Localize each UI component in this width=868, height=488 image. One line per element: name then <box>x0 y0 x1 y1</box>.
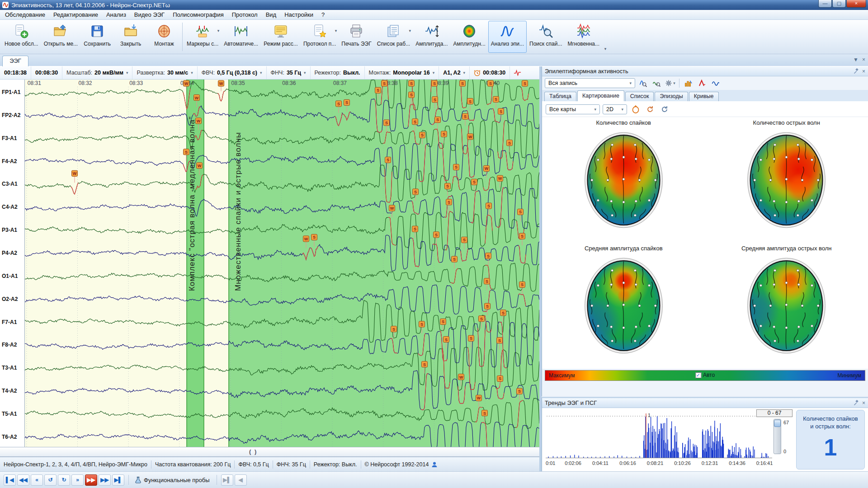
auto-analysis-button[interactable]: Автоматиче... <box>221 21 261 53</box>
channel-label[interactable]: T4-A2 <box>2 388 17 394</box>
close-button[interactable]: × <box>846 0 866 8</box>
amplitude-button[interactable]: Амплитуда... <box>413 21 450 53</box>
eeg-event-marker[interactable]: W <box>72 170 78 176</box>
channel-label[interactable]: P3-A1 <box>2 227 17 233</box>
tab-episodes[interactable]: Эпизоды <box>655 92 688 101</box>
eeg-traces-canvas[interactable]: 08:3108:3208:3308:3408:3508:3608:3708:38… <box>25 80 539 447</box>
eeg-event-marker[interactable]: S <box>445 183 451 189</box>
eeg-event-marker[interactable]: S <box>443 337 449 343</box>
eeg-event-marker[interactable]: S <box>420 132 425 138</box>
reference-select[interactable]: A1, A2▾ <box>439 66 470 79</box>
eeg-event-marker[interactable]: S <box>518 209 524 215</box>
refresh-icon[interactable] <box>659 104 670 114</box>
eeg-event-marker[interactable]: S <box>413 189 419 195</box>
eeg-event-marker[interactable]: S <box>462 237 467 243</box>
spike-search-button[interactable]: Поиск спай... <box>527 21 565 53</box>
menu-item-4[interactable]: Полисомнография <box>169 10 228 19</box>
eeg-event-marker[interactable]: W <box>497 175 503 181</box>
eeg-event-marker[interactable]: S <box>419 321 425 327</box>
eeg-event-marker[interactable]: S <box>519 282 525 287</box>
montage-select[interactable]: Монтаж:Monopolar 16▾ <box>365 66 439 79</box>
tab-list-icon[interactable]: ▼ <box>853 56 859 63</box>
eeg-page-strip[interactable]: ( ) <box>0 447 539 457</box>
eeg-event-marker[interactable]: S <box>336 101 342 107</box>
trends-histogram[interactable]: 1 <box>545 410 773 460</box>
auto-scale-checkbox[interactable]: ✓ Авто <box>695 372 715 378</box>
eeg-event-marker[interactable]: S <box>453 164 459 170</box>
channel-label[interactable]: T6-A2 <box>2 434 17 440</box>
channel-label[interactable]: C4-A2 <box>2 204 18 210</box>
eeg-event-marker[interactable]: S <box>384 120 390 126</box>
eeg-event-marker[interactable]: S <box>500 310 506 316</box>
menu-item-5[interactable]: Протокол <box>228 10 262 19</box>
auto-scroll-button[interactable]: ↻ <box>58 474 70 486</box>
channel-label[interactable]: O2-A2 <box>2 296 18 302</box>
eeg-event-marker[interactable]: S <box>485 303 491 309</box>
eeg-event-marker[interactable]: S <box>467 99 473 104</box>
eeg-event-marker[interactable]: S <box>440 319 446 324</box>
eeg-event-marker[interactable]: S <box>409 92 415 98</box>
checkbox-check-icon[interactable]: ✓ <box>695 372 701 378</box>
fast-forward-button[interactable]: ▶▶ <box>99 474 111 486</box>
eeg-event-marker[interactable]: S <box>422 361 428 367</box>
eeg-event-marker[interactable]: S <box>409 80 415 86</box>
eeg-event-marker[interactable]: S <box>493 96 499 102</box>
eeg-event-marker[interactable]: S <box>519 233 525 239</box>
hpf-select[interactable]: ФВЧ:0,5 Гц (0,318 с)▾ <box>198 66 267 79</box>
eeg-event-marker[interactable]: S <box>472 179 477 185</box>
channel-label[interactable]: F3-A1 <box>2 135 17 141</box>
close-panel-icon[interactable]: × <box>862 68 865 75</box>
close-panel-icon[interactable]: × <box>862 400 865 406</box>
head-map-icon[interactable] <box>630 104 642 114</box>
eeg-event-marker[interactable]: S <box>441 131 447 137</box>
fast-rewind-button[interactable]: ◀◀ <box>17 474 29 486</box>
eeg-trace-area[interactable]: 08:3108:3208:3308:3408:3508:3608:3708:38… <box>25 80 539 447</box>
eeg-event-marker[interactable]: S <box>412 226 418 232</box>
worklist-button[interactable]: ▾Список раб... <box>374 21 413 53</box>
eeg-event-marker[interactable]: S <box>484 278 490 284</box>
eeg-event-marker[interactable]: S <box>462 113 468 119</box>
toolbar-overflow-icon[interactable]: ▾ <box>602 21 609 53</box>
markers-button[interactable]: ▾Маркеры с... <box>184 21 221 53</box>
channel-label[interactable]: FP2-A2 <box>2 112 20 118</box>
instant-map-button[interactable]: Мгновенна... <box>565 21 602 53</box>
eeg-event-marker[interactable]: S <box>507 140 513 146</box>
eeg-event-marker[interactable]: S <box>432 80 438 86</box>
find-spikes-icon[interactable] <box>637 78 649 88</box>
page-back-button[interactable]: « <box>31 474 43 486</box>
eeg-event-marker[interactable]: S <box>479 316 485 322</box>
eeg-event-marker[interactable]: W <box>218 80 224 86</box>
play-fast-button[interactable]: ▶▶ <box>85 474 97 486</box>
eeg-event-marker[interactable]: W <box>389 205 395 211</box>
eeg-event-marker[interactable]: S <box>311 234 317 240</box>
slider-handle[interactable] <box>774 420 781 427</box>
menu-item-8[interactable]: ? <box>317 10 329 19</box>
eeg-event-marker[interactable]: S <box>486 253 491 259</box>
replay-button[interactable]: ↺ <box>44 474 57 486</box>
eeg-event-marker[interactable]: W <box>194 95 200 101</box>
maximize-button[interactable]: ▢ <box>832 0 846 8</box>
eeg-event-marker[interactable]: W <box>184 80 189 86</box>
new-exam-button[interactable]: Новое обсл... <box>2 21 41 53</box>
find-waves-icon[interactable] <box>651 78 662 88</box>
print-eeg-button[interactable]: Печать ЭЭГ <box>339 21 374 53</box>
menu-item-7[interactable]: Настройки <box>280 10 317 19</box>
menu-item-0[interactable]: Обследование <box>1 10 49 19</box>
channel-label[interactable]: F4-A2 <box>2 158 17 164</box>
eeg-event-marker[interactable]: S <box>497 338 503 343</box>
eeg-event-marker[interactable]: S <box>460 80 466 86</box>
skip-start-button[interactable]: ▌◀ <box>4 474 16 486</box>
tab-mapping[interactable]: Картирование <box>577 90 624 101</box>
pin-icon[interactable] <box>854 68 859 74</box>
tab-table[interactable]: Таблица <box>544 92 576 101</box>
prev-event-button[interactable]: ◀ <box>235 474 247 486</box>
save-button[interactable]: Сохранить <box>80 21 114 53</box>
eeg-event-marker[interactable]: S <box>344 99 350 105</box>
channel-label[interactable]: F7-A1 <box>2 319 17 325</box>
notch-select[interactable]: Режектор:Выкл. <box>311 66 365 79</box>
tab-curves[interactable]: Кривые <box>689 92 719 101</box>
eeg-event-marker[interactable]: S <box>391 326 397 332</box>
scale-select[interactable]: Масштаб:20 мкВ/мм▾ <box>62 66 132 79</box>
eeg-event-marker[interactable]: S <box>498 108 504 114</box>
record-range-select[interactable]: Вся запись▾ <box>545 78 635 88</box>
